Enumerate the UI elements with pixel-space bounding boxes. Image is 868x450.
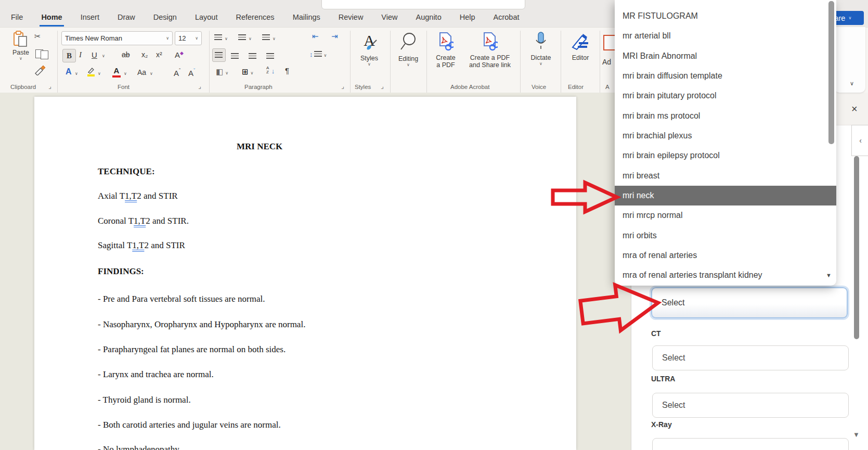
styles-chevron-icon: ∨ bbox=[356, 62, 383, 67]
underline-menu-chevron-icon[interactable]: ∨ bbox=[102, 54, 105, 58]
doc-text: 2 and STIR bbox=[137, 191, 177, 201]
sort-button[interactable]: AZ ↓ bbox=[266, 66, 275, 75]
format-painter-button[interactable] bbox=[34, 65, 46, 78]
font-color-chevron-icon[interactable]: ∨ bbox=[124, 71, 127, 76]
dropdown-item[interactable]: mra of renal arteries transplant kidney bbox=[615, 265, 836, 285]
tab-view[interactable]: View bbox=[380, 12, 399, 27]
paste-button[interactable]: Paste ∨ bbox=[8, 31, 33, 61]
dropdown-scrollbar[interactable] bbox=[828, 1, 834, 144]
borders-button[interactable]: ⊞∨ bbox=[242, 67, 253, 76]
dictate-button[interactable]: Dictate ∨ bbox=[527, 32, 554, 66]
dropdown-item[interactable]: mri breast bbox=[615, 166, 836, 186]
change-case-chevron-icon[interactable]: ∨ bbox=[150, 71, 153, 76]
subscript-button[interactable]: x₂ bbox=[141, 50, 148, 59]
cut-button[interactable]: ✂ bbox=[34, 32, 41, 41]
tab-draw[interactable]: Draw bbox=[116, 12, 137, 27]
line-spacing-button[interactable]: ↕∨ bbox=[309, 50, 327, 58]
tab-help[interactable]: Help bbox=[458, 12, 477, 27]
strikethrough-button[interactable]: ab bbox=[122, 50, 130, 59]
styles-button[interactable]: A Styles ∨ bbox=[356, 32, 383, 67]
addins-button[interactable]: Ad bbox=[602, 58, 611, 66]
editing-button[interactable]: Editing ∨ bbox=[393, 32, 423, 67]
dropdown-item[interactable]: MRI Brain Abnormal bbox=[615, 46, 836, 66]
text-effects-button[interactable]: A bbox=[66, 67, 72, 76]
font-name-value: Times New Roman bbox=[65, 34, 122, 42]
tab-review[interactable]: Review bbox=[337, 12, 365, 27]
doc-finding-line: - Thyroid gland is normal. bbox=[98, 395, 191, 405]
clipboard-dialog-launcher-icon[interactable]: ⌟ bbox=[48, 83, 51, 90]
tab-references[interactable]: References bbox=[234, 12, 276, 27]
tab-layout[interactable]: Layout bbox=[193, 12, 219, 27]
dropdown-item[interactable]: MR FISTULOGRAM bbox=[615, 6, 836, 26]
copy-button[interactable] bbox=[35, 48, 48, 59]
dropdown-item[interactable]: mri mrcp normal bbox=[615, 205, 836, 225]
dropdown-item[interactable]: mra of renal arteries bbox=[615, 246, 836, 265]
collapse-ribbon-icon[interactable]: ∨ bbox=[850, 80, 854, 87]
dropdown-item[interactable]: mr arterial bll bbox=[615, 26, 836, 46]
tab-insert[interactable]: Insert bbox=[79, 12, 101, 27]
dropdown-item[interactable]: mri brachial plexus bbox=[615, 126, 836, 146]
superscript-button[interactable]: x² bbox=[156, 50, 162, 59]
align-right-button[interactable] bbox=[249, 52, 256, 61]
tab-acrobat[interactable]: Acrobat bbox=[492, 12, 521, 27]
numbering-button[interactable]: ∨ bbox=[238, 33, 252, 42]
increase-indent-button[interactable]: ⇥ bbox=[331, 32, 338, 41]
tab-augnito[interactable]: Augnito bbox=[414, 12, 443, 27]
font-name-combobox[interactable]: Times New Roman ∨ bbox=[61, 31, 173, 45]
dropdown-scroll-down-icon[interactable]: ▼ bbox=[826, 272, 832, 278]
tab-file[interactable]: File bbox=[9, 12, 24, 27]
create-pdf-share-link-button[interactable]: Create a PDFand Share link bbox=[465, 32, 515, 69]
grow-font-button[interactable]: Aˆ bbox=[174, 68, 180, 78]
tab-design[interactable]: Design bbox=[152, 12, 178, 27]
doc-title: MRI NECK bbox=[237, 142, 282, 152]
shading-button[interactable]: ◧∨ bbox=[216, 67, 228, 76]
text-effects-chevron-icon[interactable]: ∨ bbox=[75, 71, 78, 76]
pane-scroll-down-icon[interactable]: ▼ bbox=[853, 431, 860, 439]
close-icon[interactable]: × bbox=[851, 103, 858, 115]
ultra-select[interactable]: Select bbox=[652, 393, 849, 418]
change-case-button[interactable]: Aa bbox=[137, 68, 146, 76]
editor-button[interactable]: Editor bbox=[567, 32, 594, 61]
search-box[interactable] bbox=[321, 0, 525, 9]
bold-button[interactable]: B bbox=[62, 49, 76, 62]
clear-formatting-button[interactable]: A◆ bbox=[175, 50, 184, 59]
ct-select[interactable]: Select bbox=[652, 345, 849, 370]
pane-collapse-button[interactable]: ‹ bbox=[851, 125, 868, 156]
align-left-button[interactable] bbox=[212, 48, 226, 62]
highlight-color-button[interactable] bbox=[86, 67, 96, 79]
dropdown-item[interactable]: mri brain pitutary protocol bbox=[615, 86, 836, 106]
numbered-list-icon bbox=[238, 34, 246, 40]
dropdown-item-highlighted[interactable]: mri neck bbox=[615, 186, 836, 205]
eraser-icon: ◆ bbox=[180, 50, 184, 56]
multilevel-list-button[interactable]: ∨ bbox=[262, 33, 276, 42]
tab-mailings[interactable]: Mailings bbox=[291, 12, 322, 27]
menu-tabs: File Home Insert Draw Design Layout Refe… bbox=[9, 12, 521, 27]
dropdown-item[interactable]: mri orbits bbox=[615, 226, 836, 246]
paste-label: Paste bbox=[8, 49, 33, 56]
tab-home[interactable]: Home bbox=[40, 12, 63, 27]
decrease-indent-button[interactable]: ⇤ bbox=[312, 32, 319, 41]
align-center-button[interactable] bbox=[231, 52, 239, 61]
pane-scrollbar[interactable] bbox=[854, 156, 859, 339]
font-dialog-launcher-icon[interactable]: ⌟ bbox=[198, 83, 201, 90]
xray-select[interactable] bbox=[652, 438, 849, 450]
justify-icon bbox=[266, 53, 274, 59]
shrink-font-button[interactable]: Aˇ bbox=[188, 68, 195, 78]
show-formatting-button[interactable]: ¶ bbox=[285, 66, 289, 75]
dropdown-item[interactable]: mri brain ms protocol bbox=[615, 106, 836, 126]
editing-chevron-icon: ∨ bbox=[393, 62, 423, 67]
create-pdf-button[interactable]: Createa PDF bbox=[431, 32, 461, 69]
justify-button[interactable] bbox=[266, 52, 274, 61]
doc-technique-line: Coronal T1,T2 and STIR. bbox=[98, 216, 189, 226]
font-size-combobox[interactable]: 12 ∨ bbox=[175, 31, 202, 45]
styles-dialog-launcher-icon[interactable]: ⌟ bbox=[381, 83, 384, 90]
dropdown-item[interactable]: mri brain epilepsy protocol bbox=[615, 146, 836, 165]
bullets-button[interactable]: ∨ bbox=[214, 33, 228, 42]
font-color-button[interactable]: A bbox=[112, 66, 121, 78]
mri-template-select[interactable]: Select bbox=[651, 287, 848, 318]
paragraph-dialog-launcher-icon[interactable]: ⌟ bbox=[341, 83, 344, 90]
dropdown-item[interactable]: mri brain diffusion template bbox=[615, 66, 836, 86]
highlight-chevron-icon[interactable]: ∨ bbox=[98, 71, 101, 76]
underline-button[interactable]: U bbox=[92, 50, 97, 59]
italic-button[interactable]: I bbox=[79, 50, 82, 59]
